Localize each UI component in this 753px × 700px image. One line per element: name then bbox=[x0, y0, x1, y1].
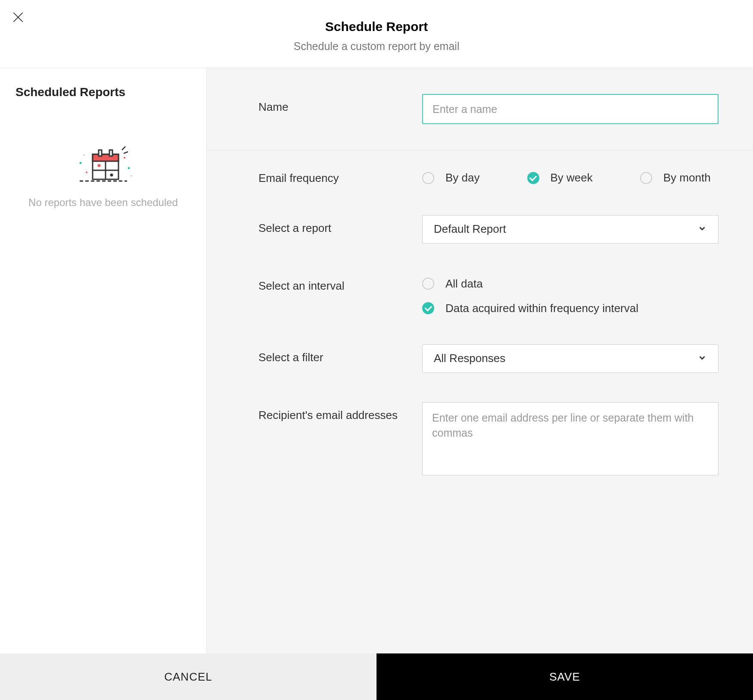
svg-line-18 bbox=[124, 152, 128, 153]
radio-by-month[interactable]: By month bbox=[640, 171, 711, 184]
label-name: Name bbox=[207, 94, 422, 115]
radio-icon bbox=[422, 278, 434, 290]
svg-point-11 bbox=[79, 162, 81, 164]
body: Scheduled Reports bbox=[0, 68, 753, 653]
report-select-value: Default Report bbox=[434, 222, 506, 236]
svg-point-16 bbox=[131, 175, 132, 177]
recipients-textarea[interactable] bbox=[422, 402, 719, 475]
sidebar-title: Scheduled Reports bbox=[16, 85, 191, 99]
radio-all-data[interactable]: All data bbox=[422, 277, 719, 291]
radio-frequency-interval[interactable]: Data acquired within frequency interval bbox=[422, 302, 719, 315]
radio-label-frequency: Data acquired within frequency interval bbox=[445, 302, 638, 315]
svg-point-14 bbox=[124, 157, 125, 159]
svg-rect-6 bbox=[109, 150, 112, 156]
label-interval: Select an interval bbox=[207, 273, 422, 294]
svg-rect-4 bbox=[93, 154, 118, 161]
close-icon bbox=[11, 10, 25, 26]
row-recipients: Recipient's email addresses bbox=[207, 388, 753, 492]
form-panel: Name Email frequency By day By week bbox=[207, 68, 753, 653]
save-button[interactable]: SAVE bbox=[376, 653, 753, 700]
calendar-icon bbox=[67, 142, 140, 187]
label-filter: Select a filter bbox=[207, 344, 422, 365]
close-button[interactable] bbox=[9, 9, 27, 27]
name-input[interactable] bbox=[422, 94, 719, 124]
radio-label-day: By day bbox=[445, 171, 480, 184]
radio-icon bbox=[422, 172, 434, 184]
radio-icon bbox=[640, 172, 652, 184]
chevron-down-icon bbox=[697, 224, 707, 235]
label-report: Select a report bbox=[207, 215, 422, 236]
row-interval: Select an interval All data Data acquire… bbox=[207, 258, 753, 330]
report-select[interactable]: Default Report bbox=[422, 215, 719, 244]
label-recipients: Recipient's email addresses bbox=[207, 402, 422, 423]
footer: CANCEL SAVE bbox=[0, 653, 753, 700]
sidebar: Scheduled Reports bbox=[0, 68, 207, 653]
svg-point-12 bbox=[128, 167, 130, 169]
filter-select-value: All Responses bbox=[434, 352, 505, 365]
svg-point-15 bbox=[83, 154, 85, 156]
empty-state: No reports have been scheduled bbox=[16, 142, 191, 209]
page-subtitle: Schedule a custom report by email bbox=[294, 40, 460, 53]
row-name: Name bbox=[207, 68, 753, 150]
radio-checked-icon bbox=[422, 302, 434, 314]
cancel-button[interactable]: CANCEL bbox=[0, 653, 376, 700]
radio-by-day[interactable]: By day bbox=[422, 171, 480, 184]
radio-label-week: By week bbox=[551, 171, 593, 184]
chevron-down-icon bbox=[697, 353, 707, 364]
page-title: Schedule Report bbox=[325, 19, 428, 34]
radio-by-week[interactable]: By week bbox=[527, 171, 593, 184]
row-filter: Select a filter All Responses bbox=[207, 330, 753, 388]
svg-line-17 bbox=[122, 147, 125, 150]
label-frequency: Email frequency bbox=[207, 165, 422, 186]
radio-label-all: All data bbox=[445, 277, 483, 291]
row-report: Select a report Default Report bbox=[207, 200, 753, 258]
radio-checked-icon bbox=[527, 172, 539, 184]
row-frequency: Email frequency By day By week By month bbox=[207, 150, 753, 200]
empty-state-text: No reports have been scheduled bbox=[28, 196, 178, 209]
filter-select[interactable]: All Responses bbox=[422, 344, 719, 373]
svg-point-10 bbox=[110, 174, 113, 177]
svg-point-9 bbox=[97, 164, 100, 167]
svg-rect-5 bbox=[99, 150, 102, 156]
svg-point-13 bbox=[86, 172, 87, 173]
radio-label-month: By month bbox=[663, 171, 711, 184]
modal-header: Schedule Report Schedule a custom report… bbox=[0, 0, 753, 68]
